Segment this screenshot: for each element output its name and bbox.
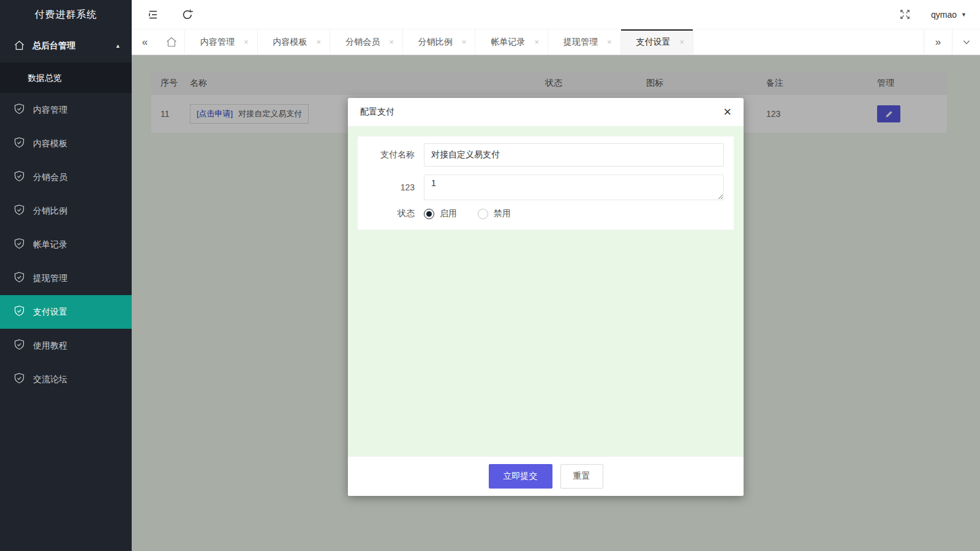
- tab-distribution-ratio[interactable]: 分销比例 ×: [403, 29, 476, 54]
- sidebar-item-content-template[interactable]: 内容模板: [0, 127, 132, 160]
- close-icon[interactable]: ×: [680, 37, 685, 47]
- tab-bar: « 内容管理 × 内容模板 × 分销会员 × 分销比例 × 帐单记录: [132, 29, 980, 55]
- sidebar-item-forum[interactable]: 交流论坛: [0, 362, 132, 396]
- sidebar-collapse-icon[interactable]: [145, 7, 161, 23]
- sidebar-item-usage-tutorial[interactable]: 使用教程: [0, 329, 132, 362]
- sidebar-menu: 总后台管理 ▲ 数据总览 内容管理 内容模板 分销会员 分销比例: [0, 29, 132, 396]
- sidebar-item-content-management[interactable]: 内容管理: [0, 93, 132, 127]
- tab-label: 分销比例: [418, 37, 453, 48]
- close-icon[interactable]: ×: [244, 37, 249, 47]
- tabs-scroll-right-icon[interactable]: »: [924, 29, 952, 54]
- app-root: 付费进群系统 总后台管理 ▲ 数据总览 内容管理 内容模板 分销会员: [0, 0, 980, 551]
- shield-check-icon: [14, 272, 24, 285]
- payment-name-input[interactable]: [424, 143, 724, 167]
- tab-payment-settings[interactable]: 支付设置 ×: [621, 29, 694, 54]
- sidebar-item-label: 内容模板: [33, 138, 67, 149]
- content-area: 序号 名称 状态 图标 备注 管理 11 [点击申请] 对接自定义易支付: [132, 55, 980, 551]
- modal-footer: 立即提交 重置: [348, 456, 744, 496]
- tab-withdrawal-management[interactable]: 提现管理 ×: [548, 29, 621, 54]
- app-title: 付费进群系统: [0, 0, 132, 29]
- close-icon[interactable]: ×: [317, 37, 322, 47]
- radio-disabled[interactable]: 禁用: [478, 208, 511, 219]
- sidebar-item-label: 数据总览: [28, 73, 62, 83]
- sidebar-item-label: 支付设置: [33, 307, 67, 318]
- user-name: qymao: [931, 10, 957, 20]
- key-label: 123: [358, 182, 424, 192]
- sidebar-item-label: 提现管理: [33, 273, 67, 284]
- radio-circle-icon: [478, 209, 488, 219]
- sidebar-item-admin-group[interactable]: 总后台管理 ▲: [0, 29, 132, 62]
- sidebar-item-bill-records[interactable]: 帐单记录: [0, 228, 132, 261]
- main-area: qymao ▼ « 内容管理 × 内容模板 × 分销会员 ×: [132, 0, 980, 551]
- tab-distribution-member[interactable]: 分销会员 ×: [330, 29, 403, 54]
- sidebar-item-label: 内容管理: [33, 105, 67, 116]
- tab-label: 内容管理: [200, 37, 235, 48]
- tabs-menu-chevron-down-icon[interactable]: [952, 29, 980, 54]
- tab-bill-records[interactable]: 帐单记录 ×: [475, 29, 548, 54]
- tab-label: 分销会员: [345, 37, 380, 48]
- form-row-key: 123 1: [358, 174, 724, 200]
- shield-check-icon: [14, 137, 24, 150]
- reset-button[interactable]: 重置: [560, 464, 603, 489]
- shield-check-icon: [14, 171, 24, 184]
- tab-label: 提现管理: [564, 37, 598, 48]
- sidebar-item-payment-settings[interactable]: 支付设置: [0, 295, 132, 329]
- sidebar-item-label: 使用教程: [33, 340, 67, 351]
- form-row-status: 状态 启用 禁用: [358, 208, 724, 219]
- modal-header: 配置支付 ×: [348, 98, 744, 127]
- shield-check-icon: [14, 103, 24, 116]
- shield-check-icon: [14, 305, 24, 318]
- tabs-scroll-left-icon[interactable]: «: [132, 29, 158, 54]
- home-icon: [166, 37, 177, 47]
- tab-content-template[interactable]: 内容模板 ×: [258, 29, 331, 54]
- shield-check-icon: [14, 238, 24, 251]
- close-icon[interactable]: ×: [607, 37, 612, 47]
- close-icon[interactable]: ×: [389, 37, 394, 47]
- shield-check-icon: [14, 204, 24, 217]
- user-menu[interactable]: qymao ▼: [931, 10, 967, 20]
- sidebar-item-withdrawal-management[interactable]: 提现管理: [0, 261, 132, 295]
- shield-check-icon: [14, 373, 24, 386]
- tab-home[interactable]: [158, 29, 185, 54]
- status-radio-group: 启用 禁用: [424, 208, 511, 219]
- submit-button[interactable]: 立即提交: [489, 464, 552, 489]
- configure-payment-modal: 配置支付 × 支付名称 123 1 状态: [348, 98, 744, 496]
- payment-form: 支付名称 123 1 状态 启用: [357, 136, 734, 230]
- tab-label: 内容模板: [273, 37, 307, 48]
- form-row-payment-name: 支付名称: [358, 143, 724, 167]
- sidebar-item-label: 分销会员: [33, 172, 67, 183]
- close-icon[interactable]: ×: [462, 37, 467, 47]
- shield-check-icon: [14, 339, 24, 352]
- sidebar-item-data-overview[interactable]: 数据总览: [0, 62, 132, 93]
- top-header: qymao ▼: [132, 0, 980, 29]
- sidebar-item-label: 总后台管理: [32, 40, 115, 51]
- close-icon[interactable]: ×: [534, 37, 539, 47]
- topbar-right: qymao ▼: [897, 7, 967, 23]
- radio-enabled-label: 启用: [440, 208, 457, 219]
- home-icon: [14, 40, 24, 52]
- refresh-icon[interactable]: [179, 7, 195, 23]
- radio-disabled-label: 禁用: [494, 208, 511, 219]
- sidebar: 付费进群系统 总后台管理 ▲ 数据总览 内容管理 内容模板 分销会员: [0, 0, 132, 551]
- modal-title: 配置支付: [360, 107, 394, 118]
- tab-label: 帐单记录: [491, 37, 525, 48]
- radio-enabled[interactable]: 启用: [424, 208, 457, 219]
- payment-name-label: 支付名称: [358, 149, 424, 160]
- status-label: 状态: [358, 208, 424, 219]
- tab-bar-controls: »: [924, 29, 980, 54]
- sidebar-item-distribution-member[interactable]: 分销会员: [0, 160, 132, 194]
- caret-down-icon: ▼: [961, 12, 967, 18]
- radio-circle-icon: [424, 209, 434, 219]
- caret-up-icon: ▲: [115, 43, 121, 49]
- modal-body: 支付名称 123 1 状态 启用: [348, 127, 744, 456]
- tab-label: 支付设置: [636, 37, 671, 48]
- key-textarea[interactable]: 1: [424, 174, 724, 200]
- sidebar-item-label: 交流论坛: [33, 374, 67, 385]
- fullscreen-icon[interactable]: [897, 7, 913, 23]
- close-icon[interactable]: ×: [723, 105, 731, 119]
- tab-content-management[interactable]: 内容管理 ×: [185, 29, 258, 54]
- sidebar-item-distribution-ratio[interactable]: 分销比例: [0, 194, 132, 228]
- sidebar-item-label: 帐单记录: [33, 239, 67, 250]
- sidebar-item-label: 分销比例: [33, 206, 67, 217]
